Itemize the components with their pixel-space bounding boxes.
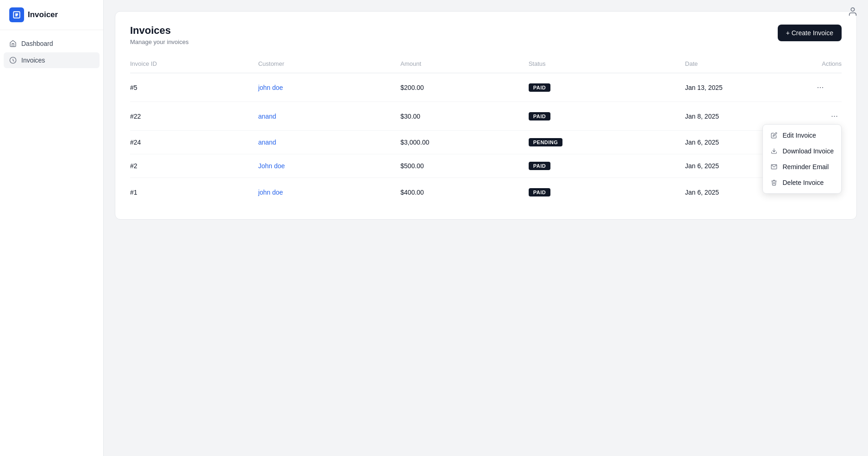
invoice-amount: $30.00 bbox=[400, 102, 529, 131]
logo-icon bbox=[9, 7, 24, 22]
delete-icon bbox=[770, 179, 778, 186]
invoice-amount: $400.00 bbox=[400, 178, 529, 207]
status-badge: PAID bbox=[529, 162, 550, 170]
home-icon bbox=[9, 40, 17, 47]
col-header-actions: Actions bbox=[813, 57, 842, 73]
sidebar: Invoicer Dashboard Invoices bbox=[0, 0, 104, 456]
customer-link[interactable]: john doe bbox=[258, 189, 283, 196]
sidebar-item-dashboard[interactable]: Dashboard bbox=[4, 36, 100, 51]
actions-dropdown-wrapper: ··· Edit Invoice Download Invoice Remind… bbox=[827, 109, 842, 123]
invoice-customer: anand bbox=[258, 131, 400, 154]
invoice-amount: $3,000.00 bbox=[400, 131, 529, 154]
actions-dropdown-menu: Edit Invoice Download Invoice Reminder E… bbox=[762, 124, 842, 194]
menu-item-delete[interactable]: Delete Invoice bbox=[763, 175, 841, 190]
invoice-amount: $200.00 bbox=[400, 73, 529, 102]
invoice-id: #22 bbox=[130, 102, 258, 131]
table-row: #24 anand $3,000.00 PENDING Jan 6, 2025 bbox=[130, 131, 842, 154]
invoices-card: Invoices Manage your invoices + Create I… bbox=[115, 11, 857, 220]
status-badge: PAID bbox=[529, 188, 550, 196]
actions-button[interactable]: ··· bbox=[813, 81, 827, 94]
status-badge: PAID bbox=[529, 83, 550, 92]
invoice-customer: john doe bbox=[258, 178, 400, 207]
invoice-status: PAID bbox=[529, 154, 685, 178]
topbar bbox=[838, 0, 868, 24]
invoice-date: Jan 13, 2025 bbox=[685, 73, 813, 102]
invoice-customer: john doe bbox=[258, 73, 400, 102]
invoices-table: Invoice ID Customer Amount Status Date A… bbox=[130, 57, 842, 206]
customer-link[interactable]: john doe bbox=[258, 84, 283, 91]
invoice-status: PAID bbox=[529, 178, 685, 207]
menu-item-delete-label: Delete Invoice bbox=[782, 179, 824, 186]
invoice-id: #24 bbox=[130, 131, 258, 154]
sidebar-item-dashboard-label: Dashboard bbox=[21, 40, 53, 47]
app-logo: Invoicer bbox=[0, 0, 103, 30]
edit-icon bbox=[770, 132, 778, 139]
invoice-id: #5 bbox=[130, 73, 258, 102]
invoice-customer: anand bbox=[258, 102, 400, 131]
menu-item-edit[interactable]: Edit Invoice bbox=[763, 127, 841, 143]
actions-cell: ··· bbox=[813, 73, 842, 102]
user-icon[interactable] bbox=[848, 6, 859, 18]
table-row: #2 John doe $500.00 PAID Jan 6, 2025 bbox=[130, 154, 842, 178]
menu-item-edit-label: Edit Invoice bbox=[782, 132, 816, 139]
sidebar-item-invoices-label: Invoices bbox=[21, 57, 45, 64]
card-header: Invoices Manage your invoices + Create I… bbox=[130, 25, 842, 45]
table-row: #22 anand $30.00 PAID Jan 8, 2025 ··· Ed… bbox=[130, 102, 842, 131]
customer-link[interactable]: anand bbox=[258, 139, 276, 146]
page-subtitle: Manage your invoices bbox=[130, 38, 188, 45]
invoice-status: PENDING bbox=[529, 131, 685, 154]
actions-cell: ··· Edit Invoice Download Invoice Remind… bbox=[813, 102, 842, 131]
invoice-id: #1 bbox=[130, 178, 258, 207]
app-name: Invoicer bbox=[28, 10, 58, 19]
invoice-status: PAID bbox=[529, 102, 685, 131]
actions-button[interactable]: ··· bbox=[827, 109, 842, 123]
menu-item-download-label: Download Invoice bbox=[782, 147, 834, 155]
customer-link[interactable]: John doe bbox=[258, 162, 285, 170]
col-header-id: Invoice ID bbox=[130, 57, 258, 73]
table-row: #1 john doe $400.00 PAID Jan 6, 2025 ··· bbox=[130, 178, 842, 207]
table-row: #5 john doe $200.00 PAID Jan 13, 2025 ··… bbox=[130, 73, 842, 102]
email-icon bbox=[770, 163, 778, 171]
svg-point-2 bbox=[851, 8, 854, 11]
sidebar-nav: Dashboard Invoices bbox=[0, 30, 103, 74]
menu-item-reminder-label: Reminder Email bbox=[782, 163, 829, 171]
table-header-row: Invoice ID Customer Amount Status Date A… bbox=[130, 57, 842, 73]
customer-link[interactable]: anand bbox=[258, 113, 276, 120]
col-header-customer: Customer bbox=[258, 57, 400, 73]
card-title-group: Invoices Manage your invoices bbox=[130, 25, 188, 45]
page-title: Invoices bbox=[130, 25, 188, 37]
invoice-amount: $500.00 bbox=[400, 154, 529, 178]
sidebar-item-invoices[interactable]: Invoices bbox=[4, 52, 100, 68]
main-content: Invoices Manage your invoices + Create I… bbox=[104, 0, 868, 456]
status-badge: PENDING bbox=[529, 138, 563, 146]
download-icon bbox=[770, 147, 778, 155]
invoices-icon bbox=[9, 57, 17, 64]
status-badge: PAID bbox=[529, 112, 550, 120]
invoice-customer: John doe bbox=[258, 154, 400, 178]
create-invoice-button[interactable]: + Create Invoice bbox=[778, 25, 842, 41]
menu-item-reminder[interactable]: Reminder Email bbox=[763, 159, 841, 175]
col-header-status: Status bbox=[529, 57, 685, 73]
col-header-amount: Amount bbox=[400, 57, 529, 73]
col-header-date: Date bbox=[685, 57, 813, 73]
invoice-status: PAID bbox=[529, 73, 685, 102]
menu-item-download[interactable]: Download Invoice bbox=[763, 143, 841, 159]
invoice-id: #2 bbox=[130, 154, 258, 178]
